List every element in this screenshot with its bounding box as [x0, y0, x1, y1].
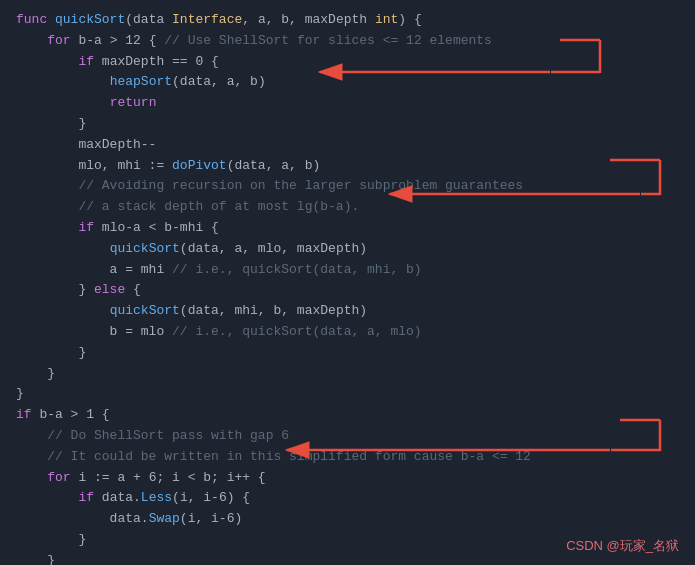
- code-line: }: [16, 343, 679, 364]
- code-line: quickSort(data, mhi, b, maxDepth): [16, 301, 679, 322]
- code-line: for b-a > 12 { // Use ShellSort for slic…: [16, 31, 679, 52]
- code-line: }: [16, 114, 679, 135]
- code-line: }: [16, 384, 679, 405]
- code-line: quickSort(data, a, mlo, maxDepth): [16, 239, 679, 260]
- code-line: } else {: [16, 280, 679, 301]
- code-line: // a stack depth of at most lg(b-a).: [16, 197, 679, 218]
- code-line: b = mlo // i.e., quickSort(data, a, mlo): [16, 322, 679, 343]
- code-line: // It could be written in this simplifie…: [16, 447, 679, 468]
- code-line: data.Swap(i, i-6): [16, 509, 679, 530]
- code-line: // Avoiding recursion on the larger subp…: [16, 176, 679, 197]
- code-line: if mlo-a < b-mhi {: [16, 218, 679, 239]
- code-line: func quickSort(data Interface, a, b, max…: [16, 10, 679, 31]
- watermark-text: CSDN @玩家_名狱: [566, 538, 679, 553]
- code-line: for i := a + 6; i < b; i++ {: [16, 468, 679, 489]
- code-line: }: [16, 364, 679, 385]
- code-line: mlo, mhi := doPivot(data, a, b): [16, 156, 679, 177]
- code-line: if maxDepth == 0 {: [16, 52, 679, 73]
- code-line: return: [16, 93, 679, 114]
- code-line: if b-a > 1 {: [16, 405, 679, 426]
- code-line: a = mhi // i.e., quickSort(data, mhi, b): [16, 260, 679, 281]
- code-line: // Do ShellSort pass with gap 6: [16, 426, 679, 447]
- code-line: maxDepth--: [16, 135, 679, 156]
- code-line: if data.Less(i, i-6) {: [16, 488, 679, 509]
- watermark: CSDN @玩家_名狱: [566, 537, 679, 555]
- code-line: heapSort(data, a, b): [16, 72, 679, 93]
- code-block: func quickSort(data Interface, a, b, max…: [0, 0, 695, 565]
